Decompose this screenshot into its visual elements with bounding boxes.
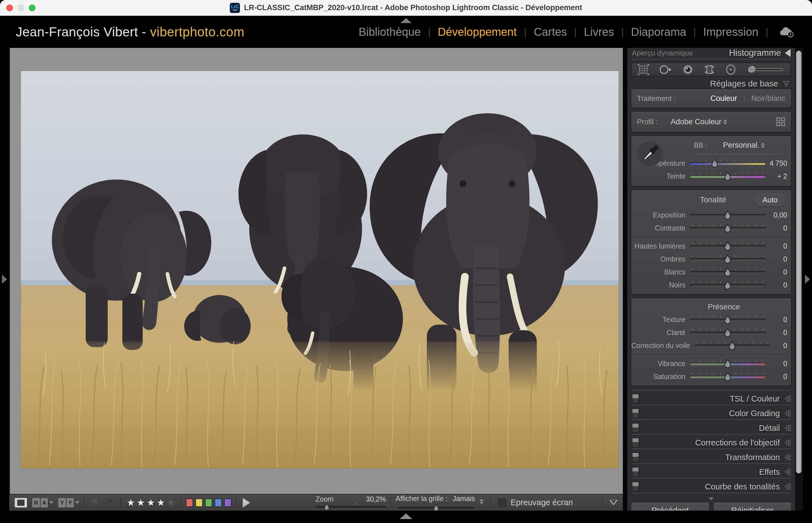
color-label-red[interactable] bbox=[186, 499, 193, 507]
module-impression[interactable]: Impression bbox=[703, 26, 758, 38]
right-panel-collapse-icon[interactable] bbox=[805, 275, 810, 284]
grid-size-slider[interactable] bbox=[395, 505, 486, 511]
grid-value-spinner-icon[interactable] bbox=[480, 499, 483, 504]
panel-scrollbar-lane[interactable] bbox=[795, 48, 803, 510]
shadows-value[interactable]: 0 bbox=[765, 255, 791, 263]
blacks-value[interactable]: 0 bbox=[765, 281, 791, 289]
panel-enable-toggle[interactable] bbox=[632, 467, 639, 477]
texture-thumb[interactable] bbox=[724, 315, 731, 324]
panel-expand-icon[interactable] bbox=[784, 395, 791, 402]
panel-enable-toggle[interactable] bbox=[632, 423, 639, 433]
histogram-collapsed-bar[interactable] bbox=[631, 59, 791, 60]
panel-tone-curve[interactable]: Courbe des tonalités bbox=[627, 482, 795, 492]
profile-spinner-icon[interactable] bbox=[723, 119, 727, 125]
blacks-thumb[interactable] bbox=[724, 281, 731, 290]
panel-scrollbar-thumb[interactable] bbox=[796, 51, 801, 473]
clarity-thumb[interactable] bbox=[724, 328, 731, 337]
exposure-thumb[interactable] bbox=[724, 211, 731, 220]
panel-expand-icon[interactable] bbox=[784, 425, 791, 432]
texture-slider[interactable] bbox=[690, 313, 765, 326]
whites-slider[interactable] bbox=[690, 266, 765, 278]
color-label-yellow[interactable] bbox=[195, 499, 203, 507]
panel-enable-toggle[interactable] bbox=[632, 408, 639, 418]
color-label-green[interactable] bbox=[205, 499, 212, 507]
exposure-value[interactable]: 0,00 bbox=[765, 211, 791, 219]
reset-button[interactable]: Réinitialiser bbox=[713, 502, 792, 510]
previous-button[interactable]: Précédent bbox=[631, 502, 710, 510]
histogram-panel-header[interactable]: Aperçu dynamique Histogramme bbox=[627, 48, 795, 58]
panel-expand-icon[interactable] bbox=[784, 454, 791, 461]
vibrance-value[interactable]: 0 bbox=[765, 360, 791, 368]
minimize-window-button[interactable] bbox=[17, 4, 24, 11]
saturation-thumb[interactable] bbox=[724, 372, 731, 381]
dehaze-slider[interactable] bbox=[694, 339, 770, 352]
module-livres[interactable]: Livres bbox=[584, 26, 614, 38]
blacks-slider[interactable] bbox=[690, 279, 765, 291]
wb-value[interactable]: Personnal. bbox=[723, 141, 759, 150]
star-3-icon[interactable] bbox=[147, 498, 155, 507]
contrast-thumb[interactable] bbox=[724, 224, 731, 233]
panel-expand-icon[interactable] bbox=[784, 410, 791, 417]
star-1-icon[interactable] bbox=[127, 498, 135, 507]
panel-lens-corrections[interactable]: Corrections de l'objectif bbox=[627, 438, 795, 448]
reject-flag-icon[interactable] bbox=[105, 497, 116, 508]
star-2-icon[interactable] bbox=[137, 498, 145, 507]
panel-enable-toggle[interactable] bbox=[632, 394, 639, 404]
module-bibliotheque[interactable]: Bibliothèque bbox=[359, 26, 421, 38]
highlights-slider[interactable] bbox=[690, 240, 765, 252]
before-after-view-button[interactable]: YY bbox=[58, 498, 79, 508]
star-5-icon[interactable] bbox=[166, 498, 175, 507]
panel-transform[interactable]: Transformation bbox=[627, 452, 795, 463]
panel-tsl-couleur[interactable]: TSL / Couleur bbox=[627, 394, 795, 404]
exposure-slider[interactable] bbox=[690, 209, 765, 221]
star-rating[interactable] bbox=[127, 498, 175, 507]
adjustment-brush-tool-icon[interactable] bbox=[746, 63, 785, 76]
panel-enable-toggle[interactable] bbox=[632, 452, 639, 463]
grid-value[interactable]: Jamais bbox=[453, 494, 475, 503]
tint-value[interactable]: + 2 bbox=[765, 172, 791, 180]
pick-flag-icon[interactable] bbox=[89, 497, 100, 508]
highlights-value[interactable]: 0 bbox=[765, 242, 791, 250]
left-panel-expand-icon[interactable] bbox=[2, 275, 7, 284]
loupe-view-button[interactable] bbox=[14, 498, 27, 508]
left-panel-toggle-strip[interactable] bbox=[0, 48, 9, 510]
spot-removal-tool-icon[interactable] bbox=[659, 63, 672, 76]
treatment-bw-option[interactable]: Noir/blanc bbox=[751, 94, 785, 103]
impromptu-slideshow-button[interactable] bbox=[243, 498, 250, 507]
whites-value[interactable]: 0 bbox=[765, 268, 791, 276]
white-balance-eyedropper-icon[interactable] bbox=[636, 140, 664, 167]
panel-detail[interactable]: Détail bbox=[627, 423, 795, 433]
basic-panel-header[interactable]: Réglages de base bbox=[627, 79, 795, 89]
panel-expand-icon[interactable] bbox=[784, 468, 791, 476]
panel-enable-toggle[interactable] bbox=[632, 438, 639, 448]
temperature-track[interactable] bbox=[690, 162, 765, 165]
radial-filter-tool-icon[interactable] bbox=[725, 63, 737, 76]
vibrance-thumb[interactable] bbox=[724, 359, 731, 368]
saturation-value[interactable]: 0 bbox=[765, 373, 791, 381]
red-eye-tool-icon[interactable] bbox=[682, 63, 694, 76]
module-developpement[interactable]: Développement bbox=[438, 26, 516, 38]
top-panel-toggle-icon[interactable] bbox=[400, 18, 412, 23]
reference-view-button[interactable]: RA bbox=[32, 498, 53, 508]
panel-color-grading[interactable]: Color Grading bbox=[627, 408, 795, 418]
color-label-blue[interactable] bbox=[215, 499, 222, 507]
filmstrip-toggle-strip[interactable] bbox=[0, 510, 812, 523]
temperature-slider[interactable] bbox=[690, 157, 765, 169]
module-diaporama[interactable]: Diaporama bbox=[631, 26, 686, 38]
dehaze-value[interactable]: 0 bbox=[770, 342, 791, 350]
module-cartes[interactable]: Cartes bbox=[534, 26, 567, 38]
zoom-slider-thumb[interactable] bbox=[324, 503, 330, 510]
texture-value[interactable]: 0 bbox=[765, 315, 791, 324]
vibrance-slider[interactable] bbox=[690, 357, 765, 370]
clarity-value[interactable]: 0 bbox=[765, 328, 791, 337]
grid-slider-thumb[interactable] bbox=[433, 504, 439, 511]
graduated-filter-tool-icon[interactable] bbox=[704, 63, 715, 76]
tint-thumb[interactable] bbox=[724, 172, 731, 181]
zoom-slider[interactable] bbox=[316, 504, 386, 510]
temperature-thumb[interactable] bbox=[711, 159, 718, 168]
panel-expand-icon[interactable] bbox=[784, 439, 791, 446]
filmstrip-expand-icon[interactable] bbox=[400, 513, 412, 519]
dehaze-thumb[interactable] bbox=[728, 341, 736, 350]
soft-proofing-checkbox[interactable] bbox=[498, 499, 506, 507]
saturation-slider[interactable] bbox=[690, 370, 765, 383]
